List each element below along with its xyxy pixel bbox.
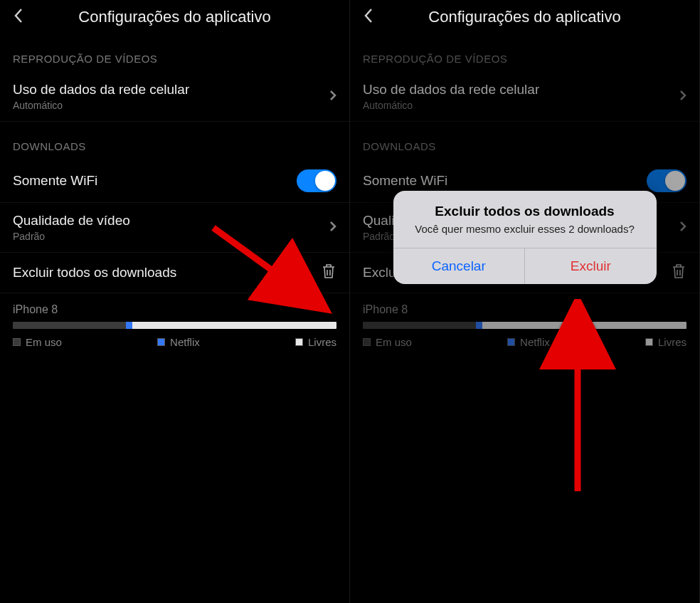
- trash-icon[interactable]: [321, 263, 336, 283]
- row-title: Somente WiFi: [363, 173, 447, 189]
- legend-free: Livres: [295, 336, 336, 348]
- row-title: Uso de dados da rede celular: [13, 82, 189, 98]
- header: Configurações do aplicativo: [350, 0, 699, 34]
- storage-segment-used: [363, 322, 476, 329]
- chevron-right-icon: [679, 221, 686, 235]
- legend-free: Livres: [645, 336, 686, 348]
- chevron-left-icon: [14, 8, 23, 26]
- section-header-video: REPRODUÇÃO DE VÍDEOS: [350, 34, 699, 72]
- storage-bar: [13, 322, 336, 329]
- dialog-title: Excluir todos os downloads: [409, 204, 641, 219]
- row-title: Qualidade de vídeo: [13, 213, 130, 229]
- delete-confirm-button[interactable]: Excluir: [525, 248, 657, 284]
- device-label: iPhone 8: [350, 293, 699, 322]
- page-title: Configurações do aplicativo: [0, 8, 349, 26]
- settings-screen-left: Configurações do aplicativo REPRODUÇÃO D…: [0, 0, 350, 603]
- row-cellular-data[interactable]: Uso de dados da rede celular Automático: [0, 72, 349, 122]
- storage-segment-netflix: [126, 322, 132, 329]
- storage-bar: [363, 322, 686, 329]
- settings-screen-right: Configurações do aplicativo REPRODUÇÃO D…: [350, 0, 700, 603]
- wifi-only-toggle[interactable]: [297, 169, 336, 192]
- row-video-quality[interactable]: Qualidade de vídeo Padrão: [0, 203, 349, 253]
- back-button[interactable]: [359, 7, 378, 27]
- row-title: Somente WiFi: [13, 173, 97, 189]
- back-button[interactable]: [9, 7, 28, 27]
- storage-legend: Em uso Netflix Livres: [350, 329, 699, 355]
- dialog-message: Você quer mesmo excluir esses 2 download…: [409, 222, 641, 236]
- storage-segment-netflix: [476, 322, 482, 329]
- trash-icon[interactable]: [671, 263, 686, 283]
- row-subtitle: Automático: [13, 100, 189, 111]
- chevron-right-icon: [679, 90, 686, 104]
- section-header-downloads: DOWNLOADS: [0, 122, 349, 159]
- delete-confirm-dialog: Excluir todos os downloads Você quer mes…: [393, 191, 657, 284]
- row-subtitle: Automático: [363, 100, 539, 111]
- row-subtitle: Padrão: [13, 231, 130, 242]
- chevron-left-icon: [364, 8, 373, 26]
- row-cellular-data[interactable]: Uso de dados da rede celular Automático: [350, 72, 699, 122]
- row-wifi-only[interactable]: Somente WiFi: [0, 159, 349, 203]
- legend-used: Em uso: [13, 336, 62, 348]
- section-header-video: REPRODUÇÃO DE VÍDEOS: [0, 34, 349, 72]
- legend-netflix: Netflix: [157, 336, 200, 348]
- chevron-right-icon: [329, 221, 336, 235]
- storage-segment-used: [13, 322, 126, 329]
- row-delete-all-downloads[interactable]: Excluir todos os downloads: [0, 253, 349, 293]
- legend-used: Em uso: [363, 336, 412, 348]
- chevron-right-icon: [329, 90, 336, 104]
- legend-netflix: Netflix: [507, 336, 550, 348]
- header: Configurações do aplicativo: [0, 0, 349, 34]
- page-title: Configurações do aplicativo: [350, 8, 699, 26]
- storage-segment-free: [132, 322, 336, 329]
- device-label: iPhone 8: [0, 293, 349, 322]
- wifi-only-toggle[interactable]: [647, 169, 686, 192]
- storage-segment-free: [482, 322, 686, 329]
- storage-legend: Em uso Netflix Livres: [0, 329, 349, 355]
- section-header-downloads: DOWNLOADS: [350, 122, 699, 159]
- row-title: Uso de dados da rede celular: [363, 82, 539, 98]
- cancel-button[interactable]: Cancelar: [393, 248, 526, 284]
- row-title: Excluir todos os downloads: [13, 265, 176, 280]
